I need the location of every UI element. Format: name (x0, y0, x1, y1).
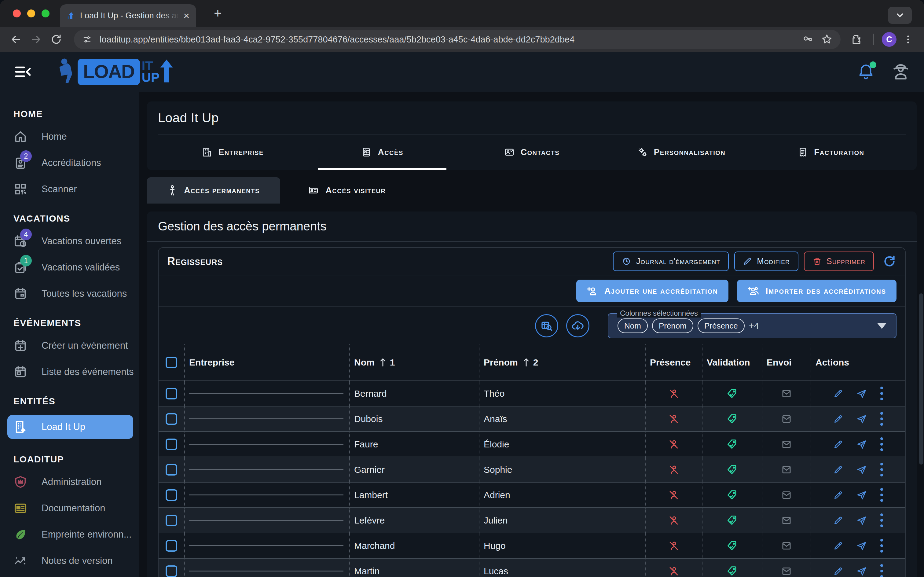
add-accreditation-button[interactable]: Ajouter une accréditation (576, 280, 728, 302)
header-presence[interactable]: Présence (646, 345, 702, 380)
send-mail-icon[interactable] (762, 559, 811, 577)
user-account-icon[interactable] (892, 63, 910, 81)
journal-emargement-button[interactable]: Journal d'émargement (613, 251, 729, 271)
edit-pencil-icon[interactable] (833, 414, 843, 424)
presence-absent-icon[interactable] (646, 406, 702, 431)
sidebar-item-administration[interactable]: Administration (13, 473, 139, 491)
forward-button[interactable] (27, 33, 45, 45)
send-mail-icon[interactable] (762, 381, 811, 406)
send-plane-icon[interactable] (856, 566, 867, 576)
sidebar-item-liste-evenements[interactable]: Liste des événements (13, 363, 139, 381)
tab-acces[interactable]: Accès (307, 134, 457, 170)
browser-tab[interactable]: Load It Up - Gestion des accè × (60, 4, 196, 27)
send-mail-icon[interactable] (762, 533, 811, 558)
row-menu-kebab-icon[interactable] (880, 387, 883, 400)
back-button[interactable] (7, 33, 24, 45)
notifications-bell-icon[interactable] (858, 63, 874, 81)
presence-absent-icon[interactable] (646, 508, 702, 533)
send-plane-icon[interactable] (856, 439, 867, 450)
validation-tag-check-icon[interactable] (702, 483, 762, 507)
row-checkbox[interactable] (166, 540, 177, 552)
tab-personnalisation[interactable]: Personnalisation (607, 134, 756, 170)
send-plane-icon[interactable] (856, 388, 867, 399)
sidebar-item-accreditations[interactable]: 2 Accréditations (13, 154, 139, 172)
tab-facturation[interactable]: Facturation (756, 134, 906, 170)
sidebar-item-documentation[interactable]: Documentation (13, 500, 139, 517)
row-checkbox[interactable] (166, 515, 177, 526)
sidebar-item-toutes-vacations[interactable]: Toutes les vacations (13, 285, 139, 303)
edit-pencil-icon[interactable] (833, 516, 843, 525)
sidebar-item-scanner[interactable]: Scanner (13, 180, 139, 198)
send-mail-icon[interactable] (762, 508, 811, 533)
presence-absent-icon[interactable] (646, 483, 702, 507)
send-plane-icon[interactable] (856, 490, 867, 500)
row-menu-kebab-icon[interactable] (880, 437, 883, 451)
column-chip-prenom[interactable]: Prénom (652, 318, 693, 333)
row-menu-kebab-icon[interactable] (880, 412, 883, 426)
sidebar-item-vacations-validees[interactable]: 1 Vacations validées (13, 259, 139, 276)
validation-tag-check-icon[interactable] (702, 457, 762, 482)
header-envoi[interactable]: Envoi (762, 345, 811, 380)
subtab-acces-permanents[interactable]: Accès permanents (147, 177, 280, 203)
validation-tag-check-icon[interactable] (702, 533, 762, 558)
edit-pencil-icon[interactable] (833, 566, 843, 576)
presence-absent-icon[interactable] (646, 381, 702, 406)
edit-pencil-icon[interactable] (833, 440, 843, 449)
loaditup-logo[interactable]: LOAD IT UP (52, 56, 174, 88)
refresh-icon[interactable] (882, 254, 897, 268)
row-menu-kebab-icon[interactable] (880, 463, 883, 477)
browser-menu-icon[interactable] (900, 34, 917, 45)
delete-button[interactable]: Supprimer (804, 251, 874, 271)
row-menu-kebab-icon[interactable] (880, 513, 883, 527)
new-tab-button[interactable]: + (214, 5, 222, 21)
sidebar-item-creer-evenement[interactable]: Créer un événement (13, 337, 139, 355)
send-mail-icon[interactable] (762, 457, 811, 482)
close-window-button[interactable] (13, 10, 21, 18)
edit-pencil-icon[interactable] (833, 465, 843, 475)
zoom-window-button[interactable] (42, 10, 50, 18)
send-mail-icon[interactable] (762, 432, 811, 456)
sidebar-item-vacations-ouvertes[interactable]: 4 Vacations ouvertes (13, 232, 139, 250)
columns-select[interactable]: Colonnes sélectionnées Nom Prénom Présen… (608, 313, 897, 338)
tab-contacts[interactable]: Contacts (457, 134, 607, 170)
send-plane-icon[interactable] (856, 414, 867, 424)
search-tabs-button[interactable] (888, 7, 912, 24)
sidebar-item-home[interactable]: Home (13, 128, 139, 145)
presence-absent-icon[interactable] (646, 533, 702, 558)
sidebar-item-empreinte[interactable]: Empreinte environn... (13, 525, 139, 543)
send-mail-icon[interactable] (762, 406, 811, 431)
row-checkbox[interactable] (166, 413, 177, 425)
validation-tag-check-icon[interactable] (702, 508, 762, 533)
row-menu-kebab-icon[interactable] (880, 539, 883, 553)
send-mail-icon[interactable] (762, 483, 811, 507)
row-checkbox[interactable] (166, 438, 177, 450)
collapse-sidebar-icon[interactable] (14, 64, 32, 80)
import-accreditations-button[interactable]: Importer des accréditations (737, 280, 897, 302)
edit-pencil-icon[interactable] (833, 490, 843, 500)
header-nom[interactable]: Nom 1 (350, 345, 480, 380)
select-all-checkbox[interactable] (166, 357, 177, 368)
edit-pencil-icon[interactable] (833, 389, 843, 398)
validation-tag-check-icon[interactable] (702, 381, 762, 406)
site-settings-icon[interactable] (82, 34, 92, 45)
validation-tag-check-icon[interactable] (702, 406, 762, 431)
edit-pencil-icon[interactable] (833, 541, 843, 551)
subtab-acces-visiteur[interactable]: Accès visiteur (280, 177, 414, 203)
row-checkbox[interactable] (166, 464, 177, 475)
table-search-button[interactable] (535, 314, 558, 337)
address-bar[interactable]: loaditup.app/entities/bbe013ad-faa3-4ca2… (74, 30, 840, 49)
presence-absent-icon[interactable] (646, 457, 702, 482)
sidebar-item-notes-version[interactable]: Notes de version (13, 552, 139, 570)
extensions-icon[interactable] (848, 34, 865, 45)
send-plane-icon[interactable] (856, 541, 867, 551)
header-entreprise[interactable]: Entreprise (185, 345, 350, 380)
row-menu-kebab-icon[interactable] (880, 488, 883, 502)
validation-tag-check-icon[interactable] (702, 559, 762, 577)
row-checkbox[interactable] (166, 566, 177, 577)
header-prenom[interactable]: Prénom 2 (480, 345, 646, 380)
cloud-download-button[interactable] (566, 314, 589, 337)
column-chip-presence[interactable]: Présence (698, 318, 745, 333)
profile-avatar[interactable]: C (882, 32, 897, 47)
tab-close-icon[interactable]: × (184, 10, 190, 21)
presence-absent-icon[interactable] (646, 432, 702, 456)
